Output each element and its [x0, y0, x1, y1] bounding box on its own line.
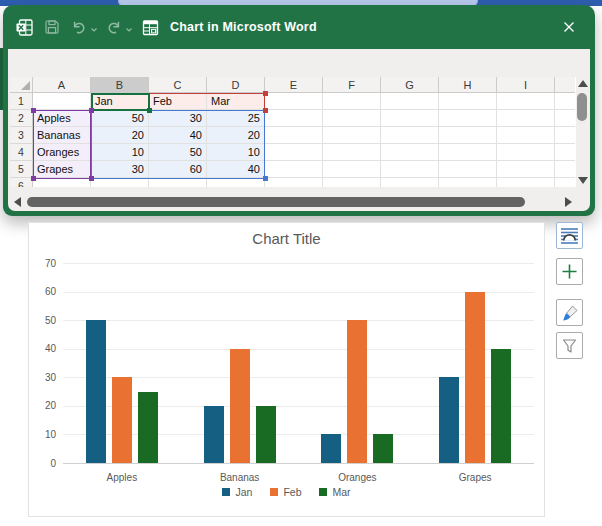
- legend-item-mar[interactable]: Mar: [319, 486, 350, 498]
- cell-G4[interactable]: [381, 144, 439, 161]
- vertical-scroll-track[interactable]: [575, 89, 590, 175]
- horizontal-scroll-thumb[interactable]: [27, 197, 525, 207]
- cell-D2[interactable]: 25: [207, 110, 265, 127]
- cell-A2[interactable]: Apples: [33, 110, 91, 127]
- cell-partial-3[interactable]: [555, 127, 575, 144]
- cell-I4[interactable]: [497, 144, 555, 161]
- row-header-4[interactable]: 4: [10, 144, 33, 161]
- cell-F5[interactable]: [323, 161, 381, 178]
- bar-jan-apples[interactable]: [86, 320, 106, 463]
- cell-B5[interactable]: 30: [91, 161, 149, 178]
- cell-E5[interactable]: [265, 161, 323, 178]
- cell-A1[interactable]: [33, 93, 91, 110]
- scroll-left-arrow[interactable]: [14, 197, 21, 207]
- cell-A5[interactable]: Grapes: [33, 161, 91, 178]
- cell-I6[interactable]: [497, 178, 555, 187]
- legend-item-jan[interactable]: Jan: [222, 486, 252, 498]
- cell-partial-1[interactable]: [555, 93, 575, 110]
- scroll-down-arrow[interactable]: [578, 177, 588, 184]
- cell-C3[interactable]: 40: [149, 127, 207, 144]
- column-header-A[interactable]: A: [33, 77, 91, 93]
- row-header-1[interactable]: 1: [10, 93, 33, 110]
- column-header-partial[interactable]: [555, 77, 575, 93]
- cell-partial-5[interactable]: [555, 161, 575, 178]
- cell-H2[interactable]: [439, 110, 497, 127]
- column-header-C[interactable]: C: [149, 77, 207, 93]
- bar-feb-bananas[interactable]: [230, 349, 250, 463]
- cell-A6[interactable]: [33, 178, 91, 187]
- vertical-scrollbar[interactable]: [575, 77, 590, 187]
- column-header-E[interactable]: E: [265, 77, 323, 93]
- cell-C1[interactable]: Feb: [149, 93, 207, 110]
- redo-dropdown-chevron[interactable]: [125, 26, 133, 34]
- cell-I5[interactable]: [497, 161, 555, 178]
- save-button[interactable]: [43, 18, 61, 36]
- spreadsheet-grid[interactable]: ABCDEFGHI 1JanFebMar2Apples5030253Banana…: [10, 77, 576, 187]
- column-header-G[interactable]: G: [381, 77, 439, 93]
- bar-jan-oranges[interactable]: [321, 434, 341, 463]
- cell-G5[interactable]: [381, 161, 439, 178]
- row-header-6[interactable]: 6: [10, 178, 33, 187]
- legend-item-feb[interactable]: Feb: [270, 486, 301, 498]
- cell-I2[interactable]: [497, 110, 555, 127]
- cell-H1[interactable]: [439, 93, 497, 110]
- cell-I3[interactable]: [497, 127, 555, 144]
- cell-F2[interactable]: [323, 110, 381, 127]
- chart-elements-button[interactable]: [556, 258, 583, 285]
- cell-G6[interactable]: [381, 178, 439, 187]
- cell-C5[interactable]: 60: [149, 161, 207, 178]
- vertical-scroll-thumb[interactable]: [577, 93, 587, 121]
- horizontal-scroll-track[interactable]: [25, 195, 561, 209]
- cell-B4[interactable]: 10: [91, 144, 149, 161]
- chart-styles-button[interactable]: [556, 299, 583, 326]
- column-header-F[interactable]: F: [323, 77, 381, 93]
- cell-D4[interactable]: 10: [207, 144, 265, 161]
- select-all-corner[interactable]: [10, 77, 33, 93]
- cell-C6[interactable]: [149, 178, 207, 187]
- cell-I1[interactable]: [497, 93, 555, 110]
- bar-mar-apples[interactable]: [138, 392, 158, 463]
- cell-C4[interactable]: 50: [149, 144, 207, 161]
- chart-filters-button[interactable]: [556, 332, 583, 359]
- cell-B6[interactable]: [91, 178, 149, 187]
- cell-F1[interactable]: [323, 93, 381, 110]
- cell-H6[interactable]: [439, 178, 497, 187]
- cell-D6[interactable]: [207, 178, 265, 187]
- row-header-5[interactable]: 5: [10, 161, 33, 178]
- cell-G2[interactable]: [381, 110, 439, 127]
- column-header-I[interactable]: I: [497, 77, 555, 93]
- cell-D3[interactable]: 20: [207, 127, 265, 144]
- bar-mar-oranges[interactable]: [373, 434, 393, 463]
- cell-partial-2[interactable]: [555, 110, 575, 127]
- cell-G3[interactable]: [381, 127, 439, 144]
- cell-C2[interactable]: 30: [149, 110, 207, 127]
- cell-E2[interactable]: [265, 110, 323, 127]
- row-header-3[interactable]: 3: [10, 127, 33, 144]
- undo-button[interactable]: [70, 18, 88, 36]
- cell-F4[interactable]: [323, 144, 381, 161]
- cell-B2[interactable]: 50: [91, 110, 149, 127]
- undo-dropdown-chevron[interactable]: [90, 26, 98, 34]
- close-button[interactable]: [555, 13, 583, 41]
- cell-H5[interactable]: [439, 161, 497, 178]
- cell-E4[interactable]: [265, 144, 323, 161]
- cell-B1[interactable]: Jan: [91, 93, 149, 110]
- redo-button[interactable]: [105, 18, 123, 36]
- cell-D5[interactable]: 40: [207, 161, 265, 178]
- cell-E6[interactable]: [265, 178, 323, 187]
- bar-mar-grapes[interactable]: [491, 349, 511, 463]
- horizontal-scrollbar[interactable]: [10, 195, 576, 209]
- cell-A4[interactable]: Oranges: [33, 144, 91, 161]
- cell-A3[interactable]: Bananas: [33, 127, 91, 144]
- column-header-B[interactable]: B: [91, 77, 149, 93]
- bar-feb-apples[interactable]: [112, 377, 132, 463]
- cell-partial-4[interactable]: [555, 144, 575, 161]
- column-header-D[interactable]: D: [207, 77, 265, 93]
- scroll-right-arrow[interactable]: [565, 197, 572, 207]
- cell-E3[interactable]: [265, 127, 323, 144]
- cell-partial-6[interactable]: [555, 178, 575, 187]
- bar-mar-bananas[interactable]: [256, 406, 276, 463]
- column-header-H[interactable]: H: [439, 77, 497, 93]
- cell-E1[interactable]: [265, 93, 323, 110]
- row-header-2[interactable]: 2: [10, 110, 33, 127]
